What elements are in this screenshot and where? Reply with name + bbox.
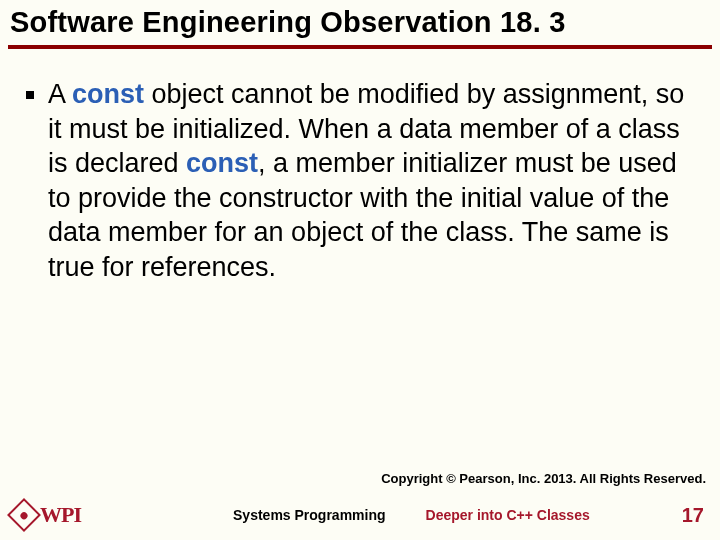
square-bullet-icon [26, 91, 34, 99]
wpi-logo: WPI [12, 502, 81, 528]
footer-left-text: Systems Programming [233, 507, 386, 523]
body-text: A const object cannot be modified by ass… [48, 77, 694, 284]
footer-right-text: Deeper into C++ Classes [426, 507, 590, 523]
bullet-item: A const object cannot be modified by ass… [26, 77, 694, 284]
keyword-const: const [72, 79, 144, 109]
text-fragment: A [48, 79, 72, 109]
title-bar: Software Engineering Observation 18. 3 [0, 0, 720, 43]
keyword-const: const [186, 148, 258, 178]
wpi-logo-dot-icon [19, 510, 29, 520]
content-area: A const object cannot be modified by ass… [0, 49, 720, 284]
copyright-notice: Copyright © Pearson, Inc. 2013. All Righ… [381, 471, 706, 486]
footer: WPI Systems Programming Deeper into C++ … [0, 500, 720, 530]
page-number: 17 [682, 504, 704, 527]
slide: Software Engineering Observation 18. 3 A… [0, 0, 720, 540]
slide-title: Software Engineering Observation 18. 3 [10, 6, 710, 39]
footer-center: Systems Programming Deeper into C++ Clas… [141, 507, 682, 523]
wpi-logo-text: WPI [40, 502, 81, 528]
wpi-logo-badge-icon [7, 498, 41, 532]
